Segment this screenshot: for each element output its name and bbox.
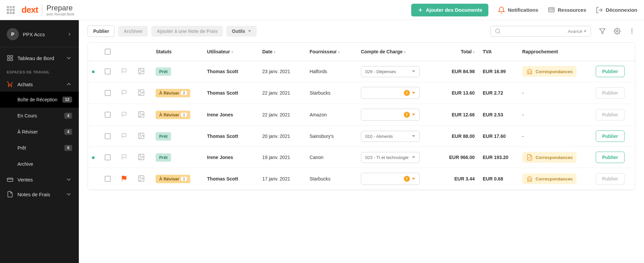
notifications-link[interactable]: Notifications (498, 6, 538, 14)
status-badge: Prêt (156, 153, 171, 162)
charge-account-select[interactable]: 023 - TI et technologie (361, 152, 420, 163)
row-publish-button: Publier (596, 87, 624, 99)
sidebar-sub-areviser[interactable]: À Réviser 4 (0, 124, 79, 140)
col-header-tva: TVA (479, 43, 518, 61)
areviser-count-badge: 4 (64, 129, 72, 135)
unread-dot (92, 156, 95, 159)
flag-icon[interactable] (121, 111, 127, 117)
search-box[interactable]: Avancé (490, 26, 591, 37)
sidebar-item-dashboard[interactable]: Tableau de Bord (0, 51, 79, 65)
reconciliation-pill[interactable]: Correspondances (522, 152, 577, 163)
settings-icon[interactable] (614, 28, 621, 35)
svg-marker-42 (412, 156, 415, 158)
flag-icon[interactable] (121, 154, 127, 160)
col-header-fournisseur[interactable]: Fournisseur▾ (306, 43, 357, 61)
table-row[interactable]: À Réviser 1Irene Jones22 janv. 2021Amazo… (88, 104, 635, 126)
search-input[interactable] (504, 29, 565, 34)
image-icon[interactable] (138, 111, 145, 118)
row-publish-button[interactable]: Publier (596, 66, 624, 77)
image-icon[interactable] (138, 89, 145, 96)
logo-brand: dext (21, 5, 38, 15)
table-row[interactable]: PrêtIrene Jones19 janv. 2021Canon023 - T… (88, 147, 635, 168)
cell-date: 22 janv. 2021 (258, 104, 306, 126)
row-checkbox[interactable] (105, 154, 111, 160)
svg-line-16 (499, 32, 500, 33)
col-header-total[interactable]: Total▾ (435, 43, 479, 61)
chevron-up-icon (65, 81, 72, 88)
sidebar-item-ventes[interactable]: Ventes (0, 172, 79, 187)
reconciliation-empty: - (522, 90, 524, 96)
charge-account-select[interactable]: 029 - Dépenses (361, 66, 420, 77)
charge-account-select[interactable]: 010 - Aliments (361, 131, 420, 142)
table-row[interactable]: PrêtThomas Scott23 janv. 2021Halfords029… (88, 61, 635, 82)
select-all-checkbox[interactable] (105, 49, 111, 55)
row-publish-button[interactable]: Publier (596, 130, 624, 142)
apps-grid-icon[interactable] (7, 6, 15, 14)
cell-tva: EUR 16.99 (479, 61, 518, 82)
reconciliation-pill[interactable]: Correspondances (522, 66, 577, 77)
sort-icon: ▾ (231, 50, 233, 54)
image-icon[interactable] (138, 67, 145, 75)
sidebar-sub-encours[interactable]: En Cours 4 (0, 108, 79, 124)
cart-icon (7, 81, 13, 88)
more-icon[interactable] (629, 28, 635, 35)
cell-date: 22 janv. 2021 (258, 82, 306, 104)
cell-user: Thomas Scott (203, 61, 258, 82)
publish-button[interactable]: Publier (88, 25, 115, 37)
svg-marker-18 (600, 29, 605, 34)
charge-account-select[interactable]: ! (361, 173, 420, 185)
cell-tva: EUR 17.60 (479, 126, 518, 147)
row-checkbox[interactable] (105, 176, 111, 182)
col-header-compte[interactable]: Compte de Charge▾ (357, 43, 435, 61)
svg-rect-8 (8, 56, 10, 58)
flag-icon[interactable] (121, 175, 127, 181)
flag-icon[interactable] (121, 68, 127, 74)
sidebar-item-notes[interactable]: Notes de Frais (0, 187, 79, 202)
sidebar-item-achats[interactable]: Achats (0, 77, 79, 92)
tools-button[interactable]: Outils (226, 26, 257, 37)
svg-rect-12 (7, 178, 13, 181)
svg-point-25 (140, 69, 141, 70)
row-checkbox[interactable] (105, 133, 111, 139)
svg-marker-17 (584, 30, 587, 32)
account-switcher[interactable]: P PPX Accs (0, 25, 79, 44)
image-icon[interactable] (138, 175, 145, 182)
table-row[interactable]: À Réviser 2Thomas Scott22 janv. 2021Star… (88, 82, 635, 104)
image-icon[interactable] (138, 132, 145, 140)
advanced-search-toggle[interactable]: Avancé (568, 29, 587, 34)
sidebar-sub-inbox[interactable]: Boîte de Réception 12 (0, 92, 79, 108)
logo-divider (42, 4, 42, 16)
cell-date: 23 janv. 2021 (258, 61, 306, 82)
table-row[interactable]: PrêtThomas Scott20 janv. 2021Sainsbury's… (88, 126, 635, 147)
sidebar-sub-pret[interactable]: Prêt 6 (0, 140, 79, 156)
pret-count-badge: 6 (64, 145, 72, 151)
col-header-date[interactable]: Date▾ (258, 43, 306, 61)
account-name: PPX Accs (23, 32, 67, 37)
logout-link[interactable]: Déconnexion (596, 6, 637, 14)
image-icon[interactable] (138, 153, 145, 161)
row-publish-button[interactable]: Publier (596, 152, 624, 163)
charge-account-select[interactable]: ! (361, 87, 420, 99)
row-checkbox[interactable] (105, 68, 111, 74)
logo-product: Prepare (46, 4, 74, 12)
cell-tva: EUR 2.53 (479, 104, 518, 126)
col-header-user[interactable]: Utilisateur▾ (203, 43, 258, 61)
flag-icon[interactable] (121, 90, 127, 96)
filter-icon[interactable] (599, 28, 606, 35)
charge-account-select[interactable]: ! (361, 109, 420, 121)
add-documents-button[interactable]: Ajouter des Documents (411, 4, 488, 16)
cell-total: EUR 966.00 (435, 147, 479, 168)
row-publish-button: Publier (596, 173, 624, 185)
row-checkbox[interactable] (105, 90, 111, 96)
avatar: P (7, 28, 19, 40)
row-checkbox[interactable] (105, 112, 111, 118)
reconciliation-pill[interactable]: Correspondances (522, 173, 577, 184)
sidebar-sub-archive[interactable]: Archive (0, 156, 79, 172)
resources-link[interactable]: Ressources (548, 6, 586, 14)
cell-fournisseur: Sainsbury's (306, 126, 357, 147)
caret-down-icon (412, 91, 415, 95)
chevron-down-icon (65, 176, 72, 183)
reconciliation-empty: - (522, 112, 524, 117)
table-row[interactable]: À Réviser 1Thomas Scott17 janv. 2021Star… (88, 168, 635, 190)
flag-icon[interactable] (121, 133, 127, 139)
